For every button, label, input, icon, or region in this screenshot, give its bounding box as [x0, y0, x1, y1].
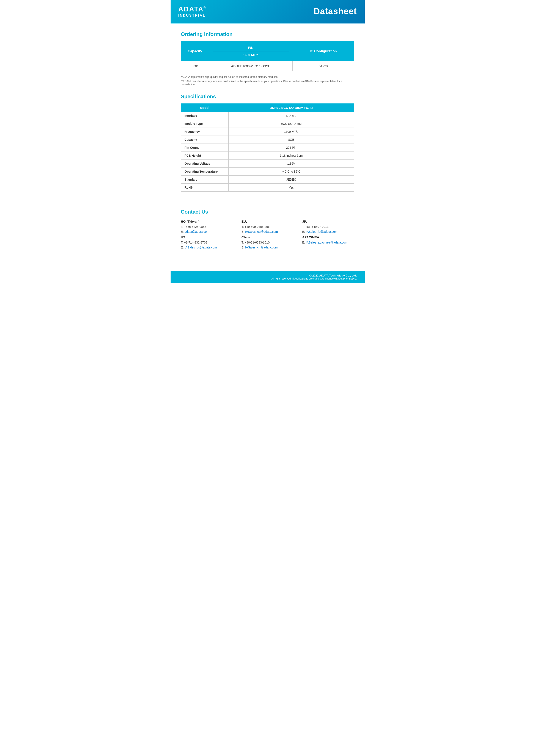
- ordering-col-pn: P/N 1600 MT/s: [209, 41, 293, 61]
- spec-label: Module Type: [181, 120, 228, 128]
- contact-title: Contact Us: [181, 209, 354, 215]
- contact-region-china: ChinaT: +86-21-6233-1010E: IASales_cn@ad…: [241, 234, 294, 250]
- table-row: Capacity 8GB: [181, 136, 354, 144]
- region-email: E: IASales_jp@adata.com: [302, 229, 354, 234]
- page-header: ADATA® INDUSTRIAL Datasheet: [171, 0, 365, 23]
- email-link[interactable]: IASales_eu@adata.com: [245, 230, 278, 233]
- region-name: JP:: [302, 219, 354, 224]
- specs-model-value: DDR3L ECC SO-DIMM (W.T.): [228, 104, 354, 112]
- email-link[interactable]: IASales_jp@adata.com: [306, 230, 337, 233]
- region-phone: T: +49-899-0405-296: [241, 224, 294, 230]
- contact-col-2: EU:T: +49-899-0405-296E: IASales_eu@adat…: [241, 219, 294, 250]
- spec-value: Yes: [228, 184, 354, 192]
- spec-value: 1.35V: [228, 160, 354, 168]
- region-name: HQ (Taiwan):: [181, 219, 233, 224]
- spec-label: PCB Height: [181, 152, 228, 160]
- logo-adata-text: ADATA: [178, 5, 204, 13]
- spec-label: Pin Count: [181, 144, 228, 152]
- ordering-note-1: *ADATA implements high-quality original …: [181, 75, 354, 78]
- spec-label: Interface: [181, 112, 228, 120]
- main-content: Ordering Information Capacity P/N 1600 M…: [171, 23, 365, 258]
- table-row: Interface DDR3L: [181, 112, 354, 120]
- logo-adata: ADATA®: [178, 5, 206, 13]
- specs-model-label: Model: [181, 104, 228, 112]
- spec-value: 204 Pin: [228, 144, 354, 152]
- spec-label: Operating Temperature: [181, 168, 228, 176]
- contact-col-1: HQ (Taiwan):T: +886-8228-0886E: adata@ad…: [181, 219, 233, 250]
- ordering-col-capacity: Capacity: [181, 41, 209, 61]
- contact-region-eu: EU:T: +49-899-0405-296E: IASales_eu@adat…: [241, 219, 294, 234]
- spec-label: Standard: [181, 176, 228, 184]
- email-link[interactable]: adata@adata.com: [184, 230, 210, 233]
- table-row: Operating Temperature -40°C to 85°C: [181, 168, 354, 176]
- specs-title: Specifications: [181, 94, 354, 99]
- row-pn: ADDHB1600W8G11-BSSE: [209, 61, 293, 71]
- pn-label: P/N: [212, 44, 289, 51]
- spec-label: Capacity: [181, 136, 228, 144]
- region-phone: T: +1-714-332-8708: [181, 240, 233, 245]
- spec-value: 1.18 inches/ 3cm: [228, 152, 354, 160]
- table-row: RoHS Yes: [181, 184, 354, 192]
- region-name: APAC/MEA:: [302, 234, 354, 240]
- specs-table: Model DDR3L ECC SO-DIMM (W.T.) Interface…: [181, 103, 354, 192]
- spec-value: DDR3L: [228, 112, 354, 120]
- row-capacity: 8GB: [181, 61, 209, 71]
- contact-region-us: US:T: +1-714-332-8708E: IASales_us@adata…: [181, 234, 233, 250]
- logo: ADATA® INDUSTRIAL: [178, 5, 206, 17]
- spec-label: RoHS: [181, 184, 228, 192]
- region-email: E: adata@adata.com: [181, 229, 233, 234]
- page-title: Datasheet: [314, 7, 357, 16]
- ordering-note-2: **ADATA can offer memory modules customi…: [181, 80, 354, 86]
- ordering-table-header: Capacity P/N 1600 MT/s IC Configuration: [181, 41, 354, 61]
- contact-grid: HQ (Taiwan):T: +886-8228-0886E: adata@ad…: [181, 219, 354, 250]
- table-row: Frequency 1600 MT/s: [181, 128, 354, 136]
- page-footer: © 2022 ADATA Technology Co., Ltd. All ri…: [171, 271, 365, 283]
- footer-copyright: © 2022 ADATA Technology Co., Ltd.: [178, 274, 357, 277]
- region-phone: T: +86-21-6233-1010: [241, 240, 294, 245]
- email-link[interactable]: IASales_us@adata.com: [184, 246, 217, 249]
- table-row: Operating Voltage 1.35V: [181, 160, 354, 168]
- table-row: Pin Count 204 Pin: [181, 144, 354, 152]
- region-phone: T: +81-3-5807-0011: [302, 224, 354, 230]
- footer-note: All right reserved. Specifications are s…: [178, 277, 357, 280]
- contact-region-jp: JP:T: +81-3-5807-0011E: IASales_jp@adata…: [302, 219, 354, 234]
- spec-value: 1600 MT/s: [228, 128, 354, 136]
- spec-value: JEDEC: [228, 176, 354, 184]
- spec-label: Operating Voltage: [181, 160, 228, 168]
- region-name: EU:: [241, 219, 294, 224]
- region-phone: T: +886-8228-0886: [181, 224, 233, 230]
- region-email: E: IASales_cn@adata.com: [241, 245, 294, 250]
- ordering-section: Ordering Information Capacity P/N 1600 M…: [181, 31, 354, 86]
- contact-section: Contact Us HQ (Taiwan):T: +886-8228-0886…: [181, 204, 354, 250]
- specs-section: Specifications Model DDR3L ECC SO-DIMM (…: [181, 94, 354, 192]
- contact-region-hq: HQ (Taiwan):T: +886-8228-0886E: adata@ad…: [181, 219, 233, 234]
- ordering-table: Capacity P/N 1600 MT/s IC Configuration …: [181, 41, 354, 71]
- region-email: E: IASales_us@adata.com: [181, 245, 233, 250]
- region-email: E: IASales_apacmea@adata.com: [302, 240, 354, 245]
- region-name: China: [241, 234, 294, 240]
- table-row: PCB Height 1.18 inches/ 3cm: [181, 152, 354, 160]
- spec-value: 8GB: [228, 136, 354, 144]
- ordering-table-body: 8GB ADDHB1600W8G11-BSSE 512x8: [181, 61, 354, 71]
- row-ic: 512x8: [293, 61, 354, 71]
- region-name: US:: [181, 234, 233, 240]
- contact-region-apac: APAC/MEA:E: IASales_apacmea@adata.com: [302, 234, 354, 245]
- logo-registered: ®: [204, 6, 206, 10]
- table-row: Standard JEDEC: [181, 176, 354, 184]
- table-row: Module Type ECC SO-DIMM: [181, 120, 354, 128]
- email-link[interactable]: IASales_cn@adata.com: [245, 246, 277, 249]
- region-email: E: IASales_eu@adata.com: [241, 229, 294, 234]
- spec-value: -40°C to 85°C: [228, 168, 354, 176]
- email-link[interactable]: IASales_apacmea@adata.com: [306, 241, 348, 244]
- spec-label: Frequency: [181, 128, 228, 136]
- contact-col-3: JP:T: +81-3-5807-0011E: IASales_jp@adata…: [302, 219, 354, 250]
- speed-label: 1600 MT/s: [212, 51, 289, 58]
- specs-table-body: Interface DDR3L Module Type ECC SO-DIMM …: [181, 112, 354, 192]
- table-row: 8GB ADDHB1600W8G11-BSSE 512x8: [181, 61, 354, 71]
- specs-header-row: Model DDR3L ECC SO-DIMM (W.T.): [181, 104, 354, 112]
- spec-value: ECC SO-DIMM: [228, 120, 354, 128]
- ordering-col-ic: IC Configuration: [293, 41, 354, 61]
- logo-industrial: INDUSTRIAL: [178, 14, 206, 17]
- ordering-title: Ordering Information: [181, 31, 354, 37]
